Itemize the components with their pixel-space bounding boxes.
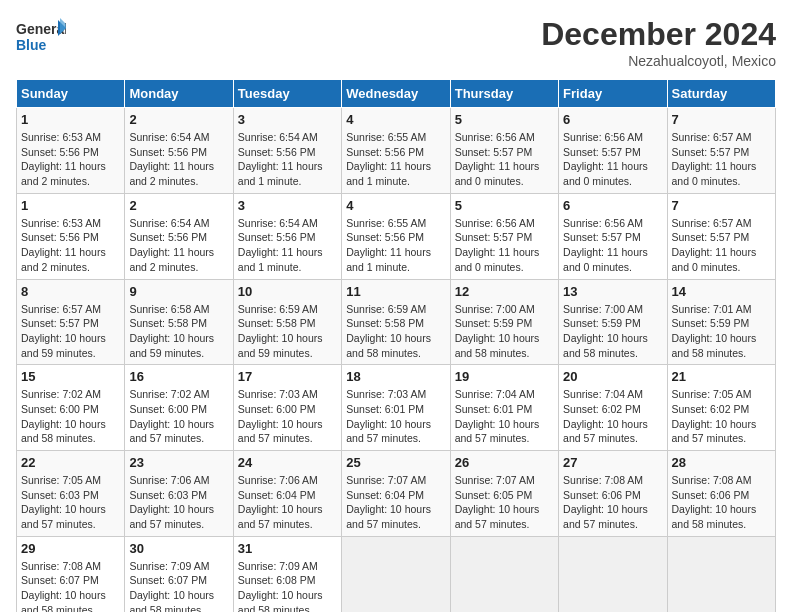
day-number: 3: [238, 198, 337, 213]
day-number: 28: [672, 455, 771, 470]
calendar-day-13: 13 Sunrise: 7:00 AM Sunset: 5:59 PM Dayl…: [559, 279, 667, 365]
day-number: 6: [563, 112, 662, 127]
calendar-day-7: 7 Sunrise: 6:57 AM Sunset: 5:57 PM Dayli…: [667, 108, 775, 194]
day-number: 23: [129, 455, 228, 470]
day-info: Sunrise: 7:09 AM Sunset: 6:07 PM Dayligh…: [129, 559, 228, 612]
day-info: Sunrise: 7:05 AM Sunset: 6:03 PM Dayligh…: [21, 473, 120, 532]
day-number: 16: [129, 369, 228, 384]
calendar-day-3: 3 Sunrise: 6:54 AM Sunset: 5:56 PM Dayli…: [233, 108, 341, 194]
day-number: 11: [346, 284, 445, 299]
calendar-day-8: 8 Sunrise: 6:57 AM Sunset: 5:57 PM Dayli…: [17, 279, 125, 365]
calendar-day-31: 31 Sunrise: 7:09 AM Sunset: 6:08 PM Dayl…: [233, 536, 341, 612]
calendar-day-5: 5 Sunrise: 6:56 AM Sunset: 5:57 PM Dayli…: [450, 193, 558, 279]
day-info: Sunrise: 6:59 AM Sunset: 5:58 PM Dayligh…: [238, 302, 337, 361]
day-number: 24: [238, 455, 337, 470]
day-info: Sunrise: 6:58 AM Sunset: 5:58 PM Dayligh…: [129, 302, 228, 361]
day-info: Sunrise: 6:56 AM Sunset: 5:57 PM Dayligh…: [455, 216, 554, 275]
title-block: December 2024 Nezahualcoyotl, Mexico: [541, 16, 776, 69]
calendar-day-16: 16 Sunrise: 7:02 AM Sunset: 6:00 PM Dayl…: [125, 365, 233, 451]
day-number: 5: [455, 198, 554, 213]
day-number: 29: [21, 541, 120, 556]
calendar-day-4: 4 Sunrise: 6:55 AM Sunset: 5:56 PM Dayli…: [342, 108, 450, 194]
day-info: Sunrise: 6:54 AM Sunset: 5:56 PM Dayligh…: [129, 216, 228, 275]
calendar-day-20: 20 Sunrise: 7:04 AM Sunset: 6:02 PM Dayl…: [559, 365, 667, 451]
calendar-day-1: 1 Sunrise: 6:53 AM Sunset: 5:56 PM Dayli…: [17, 108, 125, 194]
day-info: Sunrise: 7:02 AM Sunset: 6:00 PM Dayligh…: [21, 387, 120, 446]
calendar-day-11: 11 Sunrise: 6:59 AM Sunset: 5:58 PM Dayl…: [342, 279, 450, 365]
calendar-day-19: 19 Sunrise: 7:04 AM Sunset: 6:01 PM Dayl…: [450, 365, 558, 451]
day-number: 2: [129, 112, 228, 127]
day-number: 31: [238, 541, 337, 556]
day-info: Sunrise: 7:04 AM Sunset: 6:02 PM Dayligh…: [563, 387, 662, 446]
day-number: 20: [563, 369, 662, 384]
calendar-day-26: 26 Sunrise: 7:07 AM Sunset: 6:05 PM Dayl…: [450, 451, 558, 537]
day-info: Sunrise: 6:54 AM Sunset: 5:56 PM Dayligh…: [238, 130, 337, 189]
day-number: 12: [455, 284, 554, 299]
day-number: 14: [672, 284, 771, 299]
day-info: Sunrise: 7:03 AM Sunset: 6:00 PM Dayligh…: [238, 387, 337, 446]
day-info: Sunrise: 6:53 AM Sunset: 5:56 PM Dayligh…: [21, 130, 120, 189]
day-info: Sunrise: 7:07 AM Sunset: 6:04 PM Dayligh…: [346, 473, 445, 532]
logo-svg: General Blue: [16, 16, 66, 60]
day-number: 19: [455, 369, 554, 384]
calendar-week-2: 1 Sunrise: 6:53 AM Sunset: 5:56 PM Dayli…: [17, 193, 776, 279]
day-info: Sunrise: 6:59 AM Sunset: 5:58 PM Dayligh…: [346, 302, 445, 361]
day-info: Sunrise: 7:02 AM Sunset: 6:00 PM Dayligh…: [129, 387, 228, 446]
day-info: Sunrise: 7:08 AM Sunset: 6:06 PM Dayligh…: [563, 473, 662, 532]
day-info: Sunrise: 7:07 AM Sunset: 6:05 PM Dayligh…: [455, 473, 554, 532]
weekday-friday: Friday: [559, 80, 667, 108]
day-number: 25: [346, 455, 445, 470]
day-number: 4: [346, 198, 445, 213]
day-number: 7: [672, 198, 771, 213]
calendar-day-7: 7 Sunrise: 6:57 AM Sunset: 5:57 PM Dayli…: [667, 193, 775, 279]
day-info: Sunrise: 6:56 AM Sunset: 5:57 PM Dayligh…: [563, 216, 662, 275]
day-info: Sunrise: 7:01 AM Sunset: 5:59 PM Dayligh…: [672, 302, 771, 361]
weekday-monday: Monday: [125, 80, 233, 108]
svg-text:Blue: Blue: [16, 37, 47, 53]
day-info: Sunrise: 7:08 AM Sunset: 6:07 PM Dayligh…: [21, 559, 120, 612]
calendar-day-5: 5 Sunrise: 6:56 AM Sunset: 5:57 PM Dayli…: [450, 108, 558, 194]
calendar-day-9: 9 Sunrise: 6:58 AM Sunset: 5:58 PM Dayli…: [125, 279, 233, 365]
day-info: Sunrise: 6:57 AM Sunset: 5:57 PM Dayligh…: [672, 216, 771, 275]
calendar-day-4: 4 Sunrise: 6:55 AM Sunset: 5:56 PM Dayli…: [342, 193, 450, 279]
calendar-week-4: 15 Sunrise: 7:02 AM Sunset: 6:00 PM Dayl…: [17, 365, 776, 451]
day-number: 5: [455, 112, 554, 127]
day-number: 27: [563, 455, 662, 470]
day-info: Sunrise: 7:00 AM Sunset: 5:59 PM Dayligh…: [455, 302, 554, 361]
weekday-header-row: SundayMondayTuesdayWednesdayThursdayFrid…: [17, 80, 776, 108]
day-number: 9: [129, 284, 228, 299]
day-number: 2: [129, 198, 228, 213]
day-number: 30: [129, 541, 228, 556]
calendar-day-29: 29 Sunrise: 7:08 AM Sunset: 6:07 PM Dayl…: [17, 536, 125, 612]
day-number: 13: [563, 284, 662, 299]
calendar-day-18: 18 Sunrise: 7:03 AM Sunset: 6:01 PM Dayl…: [342, 365, 450, 451]
weekday-wednesday: Wednesday: [342, 80, 450, 108]
calendar-day-12: 12 Sunrise: 7:00 AM Sunset: 5:59 PM Dayl…: [450, 279, 558, 365]
calendar-week-6: 29 Sunrise: 7:08 AM Sunset: 6:07 PM Dayl…: [17, 536, 776, 612]
weekday-thursday: Thursday: [450, 80, 558, 108]
day-info: Sunrise: 6:57 AM Sunset: 5:57 PM Dayligh…: [672, 130, 771, 189]
calendar-day-27: 27 Sunrise: 7:08 AM Sunset: 6:06 PM Dayl…: [559, 451, 667, 537]
day-info: Sunrise: 6:53 AM Sunset: 5:56 PM Dayligh…: [21, 216, 120, 275]
day-info: Sunrise: 7:06 AM Sunset: 6:03 PM Dayligh…: [129, 473, 228, 532]
weekday-sunday: Sunday: [17, 80, 125, 108]
calendar-day-2: 2 Sunrise: 6:54 AM Sunset: 5:56 PM Dayli…: [125, 193, 233, 279]
calendar-week-1: 1 Sunrise: 6:53 AM Sunset: 5:56 PM Dayli…: [17, 108, 776, 194]
location-title: Nezahualcoyotl, Mexico: [541, 53, 776, 69]
calendar-day-2: 2 Sunrise: 6:54 AM Sunset: 5:56 PM Dayli…: [125, 108, 233, 194]
calendar-day-25: 25 Sunrise: 7:07 AM Sunset: 6:04 PM Dayl…: [342, 451, 450, 537]
day-info: Sunrise: 7:09 AM Sunset: 6:08 PM Dayligh…: [238, 559, 337, 612]
calendar-day-24: 24 Sunrise: 7:06 AM Sunset: 6:04 PM Dayl…: [233, 451, 341, 537]
day-number: 1: [21, 112, 120, 127]
day-number: 7: [672, 112, 771, 127]
day-info: Sunrise: 7:06 AM Sunset: 6:04 PM Dayligh…: [238, 473, 337, 532]
calendar-day-10: 10 Sunrise: 6:59 AM Sunset: 5:58 PM Dayl…: [233, 279, 341, 365]
calendar-day-28: 28 Sunrise: 7:08 AM Sunset: 6:06 PM Dayl…: [667, 451, 775, 537]
day-number: 3: [238, 112, 337, 127]
calendar-day-6: 6 Sunrise: 6:56 AM Sunset: 5:57 PM Dayli…: [559, 193, 667, 279]
page-header: General Blue December 2024 Nezahualcoyot…: [16, 16, 776, 69]
day-number: 8: [21, 284, 120, 299]
day-info: Sunrise: 7:04 AM Sunset: 6:01 PM Dayligh…: [455, 387, 554, 446]
day-number: 17: [238, 369, 337, 384]
day-info: Sunrise: 6:55 AM Sunset: 5:56 PM Dayligh…: [346, 216, 445, 275]
